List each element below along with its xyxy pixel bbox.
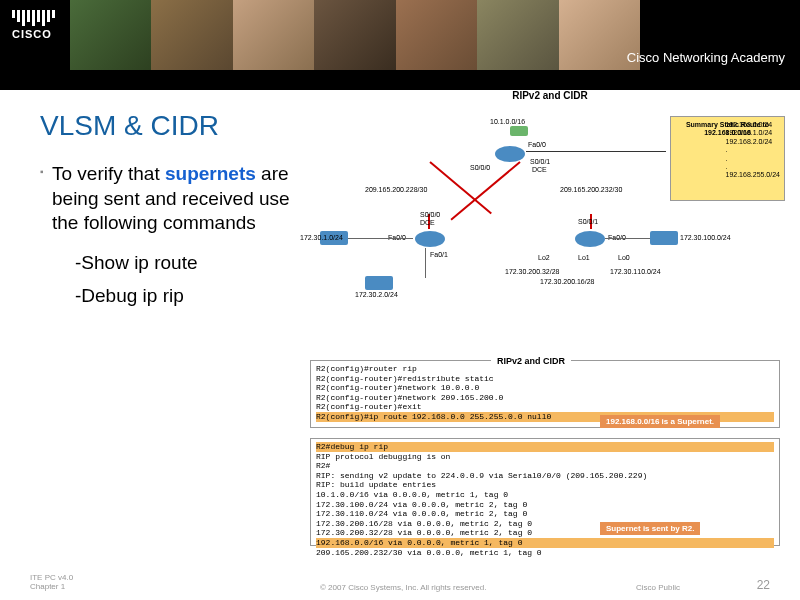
- lo0-net: 172.30.110.0/24: [610, 268, 661, 275]
- switch-bl-icon: [365, 276, 393, 290]
- footer-chapter: Chapter 1: [30, 582, 73, 592]
- slide-footer: ITE PC v4.0 Chapter 1 © 2007 Cisco Syste…: [0, 570, 800, 600]
- lo2-net: 172.30.200.32/28: [505, 268, 560, 275]
- diagram-title: RIPv2 and CIDR: [310, 90, 790, 101]
- cli2-l5: RIP: build update entries: [316, 480, 774, 490]
- cisco-brand-text: CISCO: [12, 28, 55, 40]
- header-photo-strip: [70, 0, 640, 70]
- text-pre: To verify that: [52, 163, 165, 184]
- supernets-highlight: supernets: [165, 163, 256, 184]
- footer-public: Cisco Public: [636, 583, 680, 592]
- body-text-block: To verify that supernets are being sent …: [40, 162, 300, 308]
- link-bl: [425, 248, 426, 278]
- cli2-l12: 209.165.200.232/30 via 0.0.0.0, metric 1…: [316, 548, 774, 558]
- cli-debug-box: R2#debug ip rip RIP protocol debugging i…: [310, 438, 780, 546]
- cli2-l2: RIP protocol debugging is on: [316, 452, 774, 462]
- sum-nlast: 192.168.255.0/24: [726, 171, 781, 179]
- r1-dce: DCE: [420, 219, 435, 226]
- command-1: -Show ip route: [75, 251, 300, 276]
- supernet-note-1: 192.168.0.0/16 is a Supernet.: [600, 415, 720, 428]
- footer-page-number: 22: [757, 578, 770, 592]
- cli1-l5: R2(config-router)#exit: [316, 402, 774, 412]
- slide-header: CISCO Cisco Networking Academy: [0, 0, 800, 90]
- sum-n3: 192.168.2.0/24: [726, 138, 781, 146]
- fa00-label: Fa0/0: [528, 141, 546, 148]
- router-r1-icon: [415, 231, 445, 247]
- s001-label: S0/0/1: [530, 158, 550, 165]
- r1-s000: S0/0/0: [420, 211, 440, 218]
- sum-d1: .: [726, 146, 781, 154]
- sum-n2: 192.168.1.0/24: [726, 129, 781, 137]
- cli2-l7: 172.30.100.0/24 via 0.0.0.0, metric 2, t…: [316, 500, 774, 510]
- s000-label: S0/0/0: [470, 164, 490, 171]
- link-tr: [605, 238, 650, 239]
- r2-net-label: 10.1.0.0/16: [490, 118, 525, 125]
- cli1-l3: R2(config-router)#network 10.0.0.0: [316, 383, 774, 393]
- cli2-l4: RIP: sending v2 update to 224.0.0.9 via …: [316, 471, 774, 481]
- sum-d3: .: [726, 163, 781, 171]
- network-diagram: RIPv2 and CIDR 10.1.0.0/16 Fa0/0 S0/0/0 …: [310, 90, 790, 350]
- supernet-note-2: Supernet is sent by R2.: [600, 522, 700, 535]
- topology: 10.1.0.0/16 Fa0/0 S0/0/0 S0/0/1 DCE 209.…: [310, 106, 790, 336]
- sw-tr-label: 172.30.100.0/24: [680, 234, 731, 241]
- cli2-l10: 172.30.200.32/28 via 0.0.0.0, metric 2, …: [316, 528, 774, 538]
- sum-d2: .: [726, 155, 781, 163]
- cli1-l4: R2(config-router)#network 209.165.200.0: [316, 393, 774, 403]
- right-link-label: 209.165.200.232/30: [560, 186, 622, 193]
- cli2-l6: 10.1.0.0/16 via 0.0.0.0, metric 1, tag 0: [316, 490, 774, 500]
- header-wave: [0, 70, 800, 90]
- academy-label: Cisco Networking Academy: [627, 50, 785, 65]
- slide-content: VLSM & CIDR To verify that supernets are…: [0, 90, 800, 570]
- cli2-l11-highlight: 192.168.0.0/16 via 0.0.0.0, metric 1, ta…: [316, 538, 774, 548]
- summary-route-box: Summary Static Route to 192.168.0.0/16 1…: [670, 116, 785, 201]
- cli2-l9: 172.30.200.16/28 via 0.0.0.0, metric 2, …: [316, 519, 774, 529]
- router-r3-icon: [575, 231, 605, 247]
- cli1-l2: R2(config-router)#redistribute static: [316, 374, 774, 384]
- router-r2-icon: [495, 146, 525, 162]
- r3-s001: S0/0/1: [578, 218, 598, 225]
- footer-course: ITE PC v4.0: [30, 573, 73, 583]
- summary-list: 192.168.0.0/24 192.168.1.0/24 192.168.2.…: [726, 121, 781, 180]
- sum-n1: 192.168.0.0/24: [726, 121, 781, 129]
- cloud-icon: [510, 126, 528, 136]
- lo1-net: 172.30.200.16/28: [540, 278, 595, 285]
- cli1-title: RIPv2 and CIDR: [491, 356, 571, 367]
- lo1-label: Lo1: [578, 254, 590, 261]
- footer-left: ITE PC v4.0 Chapter 1: [30, 573, 73, 592]
- link-tl: [348, 238, 413, 239]
- footer-copyright: © 2007 Cisco Systems, Inc. All rights re…: [320, 583, 486, 592]
- switch-tr-icon: [650, 231, 678, 245]
- cisco-logo: CISCO: [12, 10, 55, 40]
- left-link-label: 209.165.200.228/30: [365, 186, 427, 193]
- lo2-label: Lo2: [538, 254, 550, 261]
- main-bullet: To verify that supernets are being sent …: [40, 162, 300, 236]
- link-summary: [526, 151, 666, 152]
- cisco-bars-icon: [12, 10, 55, 26]
- lo0-label: Lo0: [618, 254, 630, 261]
- sw-bl-label: 172.30.2.0/24: [355, 291, 398, 298]
- cli2-l1-highlight: R2#debug ip rip: [316, 442, 774, 452]
- cli2-l8: 172.30.110.0/24 via 0.0.0.0, metric 2, t…: [316, 509, 774, 519]
- r1-fa01: Fa0/1: [430, 251, 448, 258]
- cli2-l3: R2#: [316, 461, 774, 471]
- dce-label: DCE: [532, 166, 547, 173]
- command-2: -Debug ip rip: [75, 284, 300, 309]
